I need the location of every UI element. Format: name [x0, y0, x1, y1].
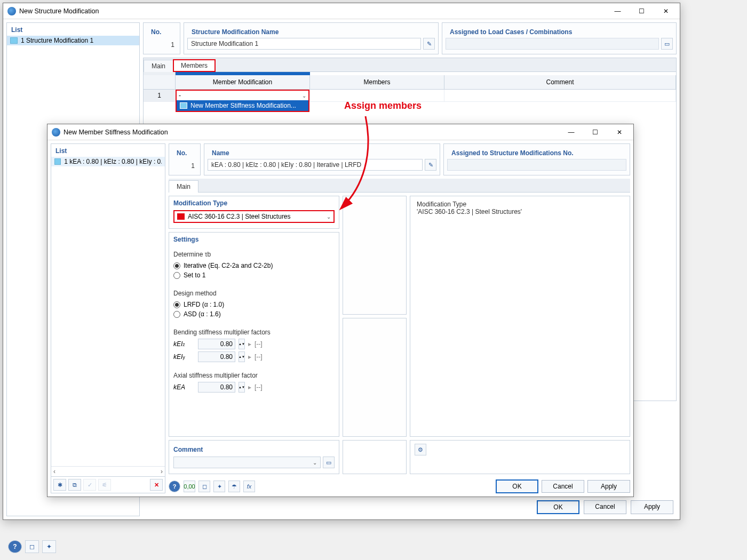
assign-input[interactable] [447, 159, 626, 171]
inner-window: New Member Stiffness Modification — ☐ ✕ … [47, 124, 634, 497]
reset-icon[interactable]: ▸ [248, 383, 251, 391]
name-label: Name [208, 146, 436, 159]
filter-icon[interactable]: ⚟ [98, 479, 111, 491]
outer-bottom-strip: ? ◻ ✦ [3, 536, 680, 557]
minimize-icon[interactable]: — [559, 125, 583, 140]
inner-ok-button[interactable]: OK [496, 479, 538, 493]
list-item[interactable]: 1 kEA : 0.80 | kEIz : 0.80 | kEIy : 0.80… [51, 157, 165, 166]
col-head-d[interactable]: Comment [444, 75, 676, 89]
stepper-icon[interactable]: ▲▼ [239, 351, 245, 362]
list-swatch [10, 37, 18, 44]
mod-type-select[interactable]: AISC 360-16 C2.3 | Steel Structures ⌄ [173, 210, 335, 223]
stepper-icon[interactable]: ▲▼ [239, 382, 245, 393]
axial-label: Axial stiffness multiplier factor [173, 372, 335, 379]
comment-box: Comment ⌄ ▭ [169, 440, 339, 474]
units-icon[interactable]: 0,00 [184, 481, 195, 492]
close-icon[interactable]: ✕ [654, 4, 678, 19]
option-swatch [180, 102, 187, 109]
dd-option[interactable]: New Member Stiffness Modification... [176, 100, 309, 112]
comment-picker-icon[interactable]: ▭ [323, 457, 335, 468]
col-head-a [144, 75, 176, 89]
mid-preview-main [343, 318, 407, 437]
no-box: No. 1 [143, 22, 180, 54]
reset-icon[interactable]: ▸ [248, 353, 251, 361]
axis-icon[interactable]: ✦ [42, 540, 56, 553]
outer-button-row: OK Cancel Apply [537, 500, 673, 514]
members-cell[interactable] [310, 90, 444, 101]
maximize-icon[interactable]: ☐ [583, 125, 607, 140]
new-icon[interactable]: ✱ [53, 479, 66, 491]
tab-main[interactable]: Main [144, 60, 173, 72]
member-mod-cell[interactable]: - ⌄ New Member Stiffness Modification... [176, 90, 310, 101]
list-item[interactable]: 1 Structure Modification 1 [7, 36, 139, 45]
comment-cell[interactable] [444, 90, 676, 101]
settings-label: Settings [173, 236, 335, 245]
radio-dot [173, 311, 180, 318]
inner-name-input[interactable] [208, 159, 423, 171]
edit-icon[interactable]: ✎ [423, 38, 435, 50]
list-label: List [51, 144, 165, 157]
app-icon [7, 7, 16, 15]
mid-preview-top [343, 196, 407, 315]
render-icon[interactable]: ☂ [228, 481, 240, 492]
tab-strip: Main Members [144, 58, 676, 72]
tab-members[interactable]: Members [173, 59, 216, 72]
radio-set1[interactable]: Set to 1 [173, 270, 335, 280]
assign-input[interactable] [446, 38, 659, 50]
edit-icon[interactable]: ✎ [425, 159, 436, 171]
keiz-row: kEIz ▲▼ ▸ [--] [173, 339, 335, 349]
radio-dot [173, 301, 180, 308]
comment-combo[interactable]: ⌄ [173, 457, 321, 468]
minimize-icon[interactable]: — [606, 4, 630, 19]
radio-lrfd[interactable]: LRFD (α : 1.0) [173, 300, 335, 309]
axis-icon[interactable]: ✦ [213, 481, 225, 492]
check-icon[interactable]: ✓ [83, 479, 96, 491]
col-head-b[interactable]: Member Modification [176, 75, 310, 89]
assign-picker-icon[interactable]: ▭ [661, 38, 673, 50]
ok-button[interactable]: OK [537, 500, 579, 514]
col-head-c[interactable]: Members [310, 75, 444, 89]
outer-title: New Structure Modification [19, 7, 606, 15]
inner-cancel-button[interactable]: Cancel [542, 480, 584, 493]
help-icon[interactable]: ? [169, 481, 180, 492]
copy-icon[interactable]: ⧉ [68, 479, 81, 491]
radio-asd[interactable]: ASD (α : 1.6) [173, 309, 335, 319]
radio-iterative[interactable]: Iterative (Eq. C2-2a and C2-2b) [173, 261, 335, 270]
no-value: 1 [172, 159, 197, 173]
inner-tab-main[interactable]: Main [169, 180, 198, 193]
list-label: List [7, 23, 139, 36]
determine-label: Determine τb [173, 251, 335, 258]
annotation-text: Assign members [344, 100, 422, 111]
kea-input[interactable] [198, 382, 235, 393]
view-icon[interactable]: ◻ [25, 540, 39, 553]
unit: [--] [255, 383, 263, 391]
reset-icon[interactable]: ▸ [248, 340, 251, 348]
stepper-icon[interactable]: ▲▼ [239, 339, 245, 349]
scroll-hint[interactable]: ‹› [51, 466, 165, 476]
mod-type-value: AISC 360-16 C2.3 | Steel Structures [188, 213, 291, 220]
view-icon[interactable]: ◻ [198, 481, 210, 492]
delete-icon[interactable]: ✕ [150, 479, 163, 491]
keiy-input[interactable] [198, 351, 235, 362]
mod-type-label: Modification Type [173, 199, 335, 210]
inner-assign-box: Assigned to Structure Modifications No. [443, 143, 630, 175]
info-bottom-box: ⚙ [410, 440, 630, 474]
cancel-button[interactable]: Cancel [584, 500, 626, 514]
list-toolstrip: ✱ ⧉ ✓ ⚟ ✕ [51, 476, 165, 493]
comment-label: Comment [173, 446, 335, 453]
keiz-label: kEIz [173, 340, 195, 348]
assign-label: Assigned to Structure Modifications No. [447, 146, 626, 159]
fx-icon[interactable]: fx [243, 481, 255, 492]
no-value: 1 [147, 38, 177, 52]
info-line-1: Modification Type [417, 201, 623, 208]
inner-name-box: Name ✎ [204, 143, 440, 175]
close-icon[interactable]: ✕ [607, 125, 631, 140]
help-icon[interactable]: ? [8, 540, 22, 553]
maximize-icon[interactable]: ☐ [630, 4, 654, 19]
apply-button[interactable]: Apply [631, 500, 673, 514]
keiz-input[interactable] [198, 339, 235, 349]
list-item-text: 1 Structure Modification 1 [21, 37, 93, 44]
inner-apply-button[interactable]: Apply [587, 480, 630, 493]
info-tool-icon[interactable]: ⚙ [415, 444, 426, 455]
name-input[interactable] [187, 38, 421, 50]
